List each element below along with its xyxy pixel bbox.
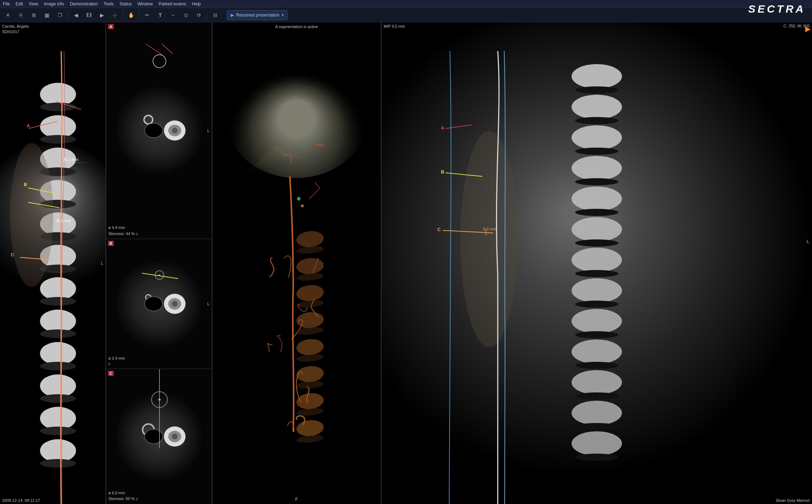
patient-info: Carotis, Angelo SDH1017 xyxy=(2,24,29,35)
divider4 xyxy=(207,11,207,19)
menu-imageinfo[interactable]: Image info xyxy=(44,1,64,6)
mip-label: MIP 9,5 mm xyxy=(384,24,405,29)
measurement-35-1-bot: 35,1 mm xyxy=(56,219,71,223)
scan-date: 2009-12-14, 09:11:17 xyxy=(2,498,40,503)
panel-3d[interactable]: A segmentation is active F xyxy=(212,22,382,504)
measurement-35-1-top: 35,1 mm xyxy=(63,157,78,162)
resumed-presentation-button[interactable]: ▶ Resumed presentation ▾ xyxy=(227,10,288,20)
back-button[interactable]: ◀ xyxy=(70,9,82,21)
film-button[interactable]: 🎞 xyxy=(83,9,95,21)
nav-button[interactable]: ⊹ xyxy=(109,9,121,21)
forward-button[interactable]: ▶ xyxy=(96,9,108,21)
panel2-a-info: ø 4,4 mm Stenosis: 44 % p xyxy=(108,225,138,237)
split-button[interactable]: ⊟ xyxy=(209,9,221,21)
toolbar: ✕ ⎘ ⊞ ▦ ❐ ◀ 🎞 ▶ ⊹ ✋ ✏ T ↔ ⊙ ⟳ ⊟ ▶ Resume… xyxy=(0,8,812,22)
panel2-axial-c[interactable]: C ø 6,0 mm Stenosis: 60 % p xyxy=(106,369,212,504)
text-button[interactable]: T xyxy=(154,9,166,21)
close-button[interactable]: ✕ xyxy=(2,9,14,21)
draw-button[interactable]: ✏ xyxy=(141,9,153,21)
main-area: Carotis, Angelo SDH1017 A B C xyxy=(0,22,812,504)
circle-button[interactable]: ⊙ xyxy=(180,9,192,21)
menu-view[interactable]: View xyxy=(29,1,38,6)
measurement-68: 6,8 mm xyxy=(483,227,496,231)
panel2-c-info: ø 6,0 mm Stenosis: 60 % p xyxy=(108,490,138,502)
patient-id: SDH1017 xyxy=(2,29,29,35)
divider3 xyxy=(139,11,139,19)
panel-axial[interactable]: A ø 4,4 mm Stenosis: 44 % p L B xyxy=(106,22,212,504)
layout-button[interactable]: ⊞ xyxy=(28,9,40,21)
resumed-icon: ▶ xyxy=(231,13,234,18)
divider2 xyxy=(123,11,123,19)
divider1 xyxy=(68,11,68,19)
panel2-mid-orient: L xyxy=(207,302,209,306)
panel3-orient-f: F xyxy=(295,497,298,502)
grid-button[interactable]: ▦ xyxy=(41,9,53,21)
clipboard-button[interactable]: ⎘ xyxy=(15,9,27,21)
panel2-axial-b[interactable]: B ø 2,4 mm p L xyxy=(106,239,212,369)
copy-button[interactable]: ❐ xyxy=(54,9,66,21)
menu-file[interactable]: File xyxy=(3,1,10,6)
panel-mip[interactable]: MIP 9,5 mm C: 250, W: 600 ▶ A B C xyxy=(382,22,812,504)
panel2-b-label: B xyxy=(108,241,114,246)
pan-button[interactable]: ✋ xyxy=(125,9,137,21)
menu-window[interactable]: Window xyxy=(137,1,153,6)
institution-label: Sloan Grey Memori xyxy=(776,498,810,503)
menubar: File Edit View Image info Demonstration … xyxy=(0,0,812,8)
menu-edit[interactable]: Edit xyxy=(15,1,23,6)
menu-help[interactable]: Help xyxy=(192,1,201,6)
panel2-top-orient: L xyxy=(207,129,209,133)
patient-name: Carotis, Angelo xyxy=(2,24,29,29)
panel-sagittal[interactable]: Carotis, Angelo SDH1017 A B C xyxy=(0,22,106,504)
panel2-axial-a[interactable]: A ø 4,4 mm Stenosis: 44 % p L xyxy=(106,22,212,239)
segmentation-banner: A segmentation is active xyxy=(275,24,318,29)
menu-demonstration[interactable]: Demonstration xyxy=(70,1,98,6)
dropdown-arrow-icon: ▾ xyxy=(282,13,284,17)
panel2-b-info: ø 2,4 mm p xyxy=(108,355,125,367)
orientation-right: L xyxy=(101,261,103,265)
sectra-logo: SECTRA xyxy=(748,3,806,15)
rotate-button[interactable]: ⟳ xyxy=(193,9,205,21)
menu-parkedexams[interactable]: Parked exams xyxy=(159,1,186,6)
panel2-a-label: A xyxy=(108,24,114,29)
measure-button[interactable]: ↔ xyxy=(167,9,179,21)
panel2-c-label: C xyxy=(108,371,114,376)
play-icon[interactable]: ▶ xyxy=(805,24,811,33)
menu-status[interactable]: Status xyxy=(119,1,132,6)
panel4-orient-l: L xyxy=(807,239,809,244)
resumed-label: Resumed presentation xyxy=(236,13,280,18)
menu-tools[interactable]: Tools xyxy=(104,1,114,6)
